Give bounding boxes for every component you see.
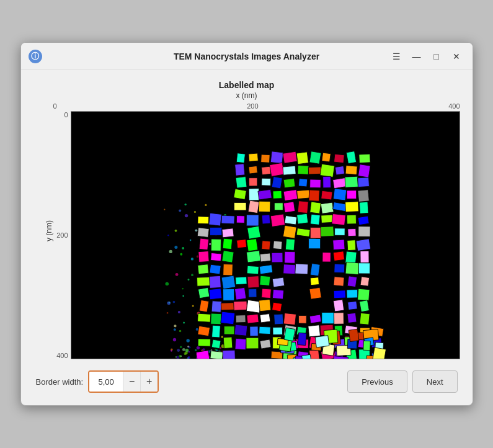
minimize-button[interactable]: — (408, 48, 425, 65)
svg-point-9 (189, 240, 191, 241)
axis-and-plot: 0 200 400 0 200 400 (53, 102, 460, 359)
svg-point-4 (186, 339, 189, 342)
svg-rect-178 (283, 190, 298, 201)
svg-rect-249 (283, 264, 295, 274)
svg-point-60 (195, 229, 197, 231)
svg-rect-225 (246, 239, 257, 251)
svg-rect-241 (333, 251, 344, 261)
svg-rect-161 (345, 166, 357, 175)
svg-rect-176 (257, 189, 271, 200)
svg-point-33 (165, 282, 169, 286)
svg-point-11 (179, 210, 181, 212)
titlebar-controls: ☰ — □ ✕ (388, 48, 465, 65)
svg-rect-182 (333, 189, 346, 200)
svg-rect-333 (223, 350, 235, 359)
svg-point-127 (184, 352, 187, 356)
svg-point-67 (195, 328, 198, 331)
svg-rect-378 (298, 333, 306, 345)
svg-rect-203 (284, 216, 296, 225)
info-button[interactable]: ⓘ (29, 50, 42, 63)
main-window: ⓘ TEM Nanocrystals Images Analyzer ☰ — □… (20, 42, 473, 406)
svg-rect-303 (224, 326, 234, 334)
nav-buttons: Previous Next (347, 370, 457, 393)
svg-rect-234 (210, 253, 221, 261)
svg-rect-153 (249, 166, 257, 174)
y-axis-ticks: 0 200 400 (53, 111, 71, 359)
svg-rect-181 (321, 190, 332, 200)
previous-button[interactable]: Previous (347, 370, 407, 393)
svg-rect-162 (358, 164, 370, 177)
svg-rect-142 (248, 153, 257, 161)
svg-point-92 (208, 350, 211, 352)
svg-point-73 (180, 253, 182, 256)
svg-rect-254 (358, 263, 370, 274)
svg-rect-228 (285, 239, 295, 251)
window-body: Labelled map x (nm) y (nm) 0 200 400 0 (21, 70, 473, 405)
svg-rect-151 (358, 154, 370, 163)
increment-button[interactable]: + (140, 372, 158, 392)
svg-rect-301 (197, 326, 210, 336)
svg-rect-165 (261, 178, 270, 186)
svg-rect-274 (334, 290, 345, 298)
svg-rect-190 (298, 201, 308, 213)
svg-rect-197 (208, 213, 221, 226)
decrement-button[interactable]: − (123, 372, 140, 392)
svg-rect-240 (322, 253, 330, 262)
svg-rect-279 (221, 303, 234, 310)
svg-rect-198 (221, 215, 234, 224)
svg-point-20 (205, 204, 207, 206)
svg-rect-276 (357, 289, 370, 300)
svg-rect-304 (234, 325, 247, 336)
svg-rect-310 (308, 325, 320, 337)
svg-rect-164 (249, 178, 257, 186)
svg-rect-246 (223, 264, 233, 276)
chart-title: Labelled map (219, 80, 274, 90)
svg-rect-205 (310, 214, 320, 225)
svg-rect-245 (209, 264, 220, 274)
svg-rect-150 (346, 151, 356, 164)
next-button[interactable]: Next (412, 370, 458, 393)
svg-rect-160 (335, 166, 344, 175)
svg-rect-172 (345, 176, 358, 187)
svg-rect-316 (198, 339, 210, 346)
svg-rect-233 (198, 251, 208, 262)
svg-point-31 (193, 211, 195, 213)
plot-visualization (71, 112, 460, 359)
maximize-button[interactable]: □ (428, 48, 445, 65)
svg-rect-293 (273, 314, 283, 325)
svg-point-138 (180, 356, 182, 357)
svg-rect-168 (298, 179, 307, 187)
svg-point-139 (188, 351, 190, 353)
svg-rect-232 (356, 239, 371, 251)
svg-rect-149 (334, 154, 344, 163)
svg-rect-291 (246, 314, 258, 323)
svg-point-37 (187, 279, 189, 280)
svg-rect-207 (331, 214, 345, 225)
svg-rect-155 (269, 163, 284, 176)
svg-point-46 (182, 295, 184, 297)
svg-point-22 (184, 204, 186, 205)
svg-rect-174 (233, 189, 246, 199)
svg-rect-283 (272, 302, 282, 311)
svg-rect-169 (309, 179, 321, 188)
svg-rect-292 (260, 314, 270, 323)
border-width-input[interactable] (89, 372, 123, 392)
window-title: TEM Nanocrystals Images Analyzer (174, 52, 319, 61)
svg-rect-251 (310, 264, 320, 276)
svg-rect-284 (333, 300, 344, 311)
svg-rect-170 (322, 176, 331, 188)
svg-rect-227 (273, 241, 282, 249)
svg-point-32 (167, 235, 169, 236)
svg-rect-145 (282, 151, 296, 163)
close-button[interactable]: ✕ (448, 48, 465, 65)
y-tick-200: 200 (56, 231, 68, 239)
svg-rect-318 (223, 337, 233, 348)
svg-rect-275 (346, 290, 357, 298)
ylabel-wrapper: y (nm) (33, 102, 53, 359)
menu-button[interactable]: ☰ (388, 48, 406, 65)
svg-rect-268 (223, 289, 234, 301)
svg-point-25 (174, 246, 177, 249)
svg-rect-267 (208, 289, 221, 300)
svg-rect-332 (210, 351, 223, 359)
chart-container: Labelled map x (nm) y (nm) 0 200 400 0 (33, 80, 460, 359)
